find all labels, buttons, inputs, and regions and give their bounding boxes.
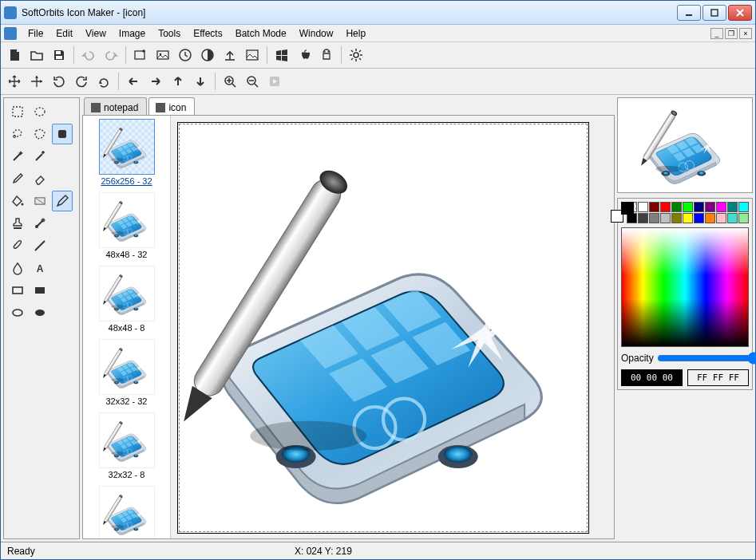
rotate-arb-icon[interactable]: [93, 71, 114, 92]
menu-edit[interactable]: Edit: [49, 26, 79, 41]
rotate-ccw-icon[interactable]: [49, 71, 69, 92]
titlebar[interactable]: SoftOrbits Icon Maker - [icon]: [1, 1, 755, 25]
text-icon[interactable]: A: [30, 258, 50, 278]
gradient-icon[interactable]: [30, 191, 50, 211]
mdi-restore-button[interactable]: ❐: [725, 28, 738, 39]
menu-window[interactable]: Window: [293, 26, 340, 41]
color-spectrum[interactable]: [621, 227, 749, 347]
canvas-area[interactable]: [171, 116, 614, 538]
color-swatch[interactable]: [727, 213, 738, 223]
color-swatch[interactable]: [716, 202, 726, 212]
brush-icon[interactable]: [7, 235, 28, 256]
ellipse-outline-icon[interactable]: [7, 302, 28, 323]
gear-icon[interactable]: [346, 45, 366, 65]
apple-icon[interactable]: [294, 45, 315, 65]
color-swatch[interactable]: [660, 202, 671, 212]
color-swatch[interactable]: [738, 213, 749, 223]
open-icon[interactable]: [26, 45, 47, 65]
color-swatch[interactable]: [671, 202, 682, 212]
image-icon[interactable]: [152, 45, 173, 65]
ellipse-fill-icon[interactable]: [30, 302, 50, 323]
contrast-icon[interactable]: [197, 45, 218, 65]
color-swatch[interactable]: [660, 213, 671, 223]
picture-icon[interactable]: [242, 45, 263, 65]
maximize-button[interactable]: [703, 5, 726, 21]
menu-file[interactable]: File: [22, 26, 49, 41]
color-select-icon[interactable]: [52, 124, 73, 144]
menu-tools[interactable]: Tools: [152, 26, 187, 41]
windows-icon[interactable]: [271, 45, 292, 65]
menu-image[interactable]: Image: [113, 26, 152, 41]
tab-icon[interactable]: icon: [148, 97, 195, 115]
menu-help[interactable]: Help: [339, 26, 372, 41]
pointer-icon[interactable]: [26, 71, 47, 92]
thumbnail-item[interactable]: [86, 486, 167, 538]
zoom-out-icon[interactable]: [242, 71, 263, 92]
swatch-darkgray[interactable]: [638, 213, 648, 223]
menu-effects[interactable]: Effects: [187, 26, 228, 41]
new-icon[interactable]: [4, 45, 25, 65]
mdi-minimize-button[interactable]: _: [710, 28, 723, 39]
thumbnail-item[interactable]: 48x48 - 8: [86, 266, 167, 333]
wand-icon[interactable]: [7, 146, 28, 167]
menu-view[interactable]: View: [79, 26, 113, 41]
arrow-up-icon[interactable]: [168, 71, 188, 92]
canvas[interactable]: [179, 124, 588, 532]
color-swatch[interactable]: [738, 202, 749, 212]
app-menu-icon[interactable]: [4, 27, 17, 40]
eyedropper-icon[interactable]: [7, 168, 28, 189]
lasso-icon[interactable]: [7, 124, 28, 144]
close-button[interactable]: [728, 5, 752, 21]
select-rect-icon[interactable]: [7, 101, 28, 122]
minimize-button[interactable]: [677, 5, 701, 21]
color-swatch[interactable]: [649, 202, 659, 212]
bucket-icon[interactable]: [7, 191, 28, 211]
line-icon[interactable]: [30, 235, 50, 256]
rotate-cw-icon[interactable]: [71, 71, 92, 92]
select-ellipse-icon[interactable]: [30, 101, 50, 122]
color-swatch[interactable]: [671, 213, 682, 223]
color-swatch[interactable]: [683, 213, 693, 223]
image-add-icon[interactable]: [130, 45, 151, 65]
color-swatch[interactable]: [683, 202, 693, 212]
thumbnail-item[interactable]: 32x32 - 8: [86, 412, 167, 479]
rect-outline-icon[interactable]: [7, 280, 28, 301]
zoom-in-icon[interactable]: [220, 71, 240, 92]
thumbnail-item[interactable]: 256x256 - 32: [86, 119, 167, 186]
tab-notepad[interactable]: notepad: [84, 97, 147, 115]
color-swatch[interactable]: [705, 202, 715, 212]
thumbnail-list[interactable]: 256x256 - 3248x48 - 3248x48 - 832x32 - 3…: [83, 116, 171, 538]
color-swatch[interactable]: [694, 213, 704, 223]
svg-point-20: [327, 51, 328, 52]
android-icon[interactable]: [316, 45, 337, 65]
color-swatch[interactable]: [705, 213, 715, 223]
save-icon[interactable]: [49, 45, 69, 65]
color-swatch[interactable]: [727, 202, 738, 212]
opacity-slider[interactable]: [657, 352, 756, 365]
background-color-value[interactable]: FF FF FF: [687, 369, 749, 386]
wand-plus-icon[interactable]: [30, 146, 50, 167]
pencil-icon[interactable]: [52, 191, 73, 211]
arrow-left-icon[interactable]: [123, 71, 144, 92]
color-swatch[interactable]: [694, 202, 704, 212]
thumbnail-item[interactable]: 32x32 - 32: [86, 339, 167, 406]
color-swatch[interactable]: [716, 213, 726, 223]
mdi-close-button[interactable]: ×: [739, 28, 752, 39]
eraser-icon[interactable]: [30, 168, 50, 189]
stamp-icon[interactable]: [7, 213, 28, 234]
thumbnail-item[interactable]: 48x48 - 32: [86, 192, 167, 259]
arrow-right-icon[interactable]: [145, 71, 166, 92]
fg-bg-swatch[interactable]: [621, 202, 623, 223]
swatch-white[interactable]: [638, 202, 648, 212]
arrow-down-icon[interactable]: [190, 71, 211, 92]
upload-icon[interactable]: [220, 45, 240, 65]
clock-icon[interactable]: [175, 45, 196, 65]
rect-fill-icon[interactable]: [30, 280, 50, 301]
replace-color-icon[interactable]: [30, 213, 50, 234]
menu-batch-mode[interactable]: Batch Mode: [229, 26, 293, 41]
lasso-poly-icon[interactable]: [30, 124, 50, 144]
color-swatch[interactable]: [649, 213, 659, 223]
blur-icon[interactable]: [7, 258, 28, 278]
move-icon[interactable]: [4, 71, 25, 92]
foreground-color-value[interactable]: 00 00 00: [621, 369, 683, 386]
